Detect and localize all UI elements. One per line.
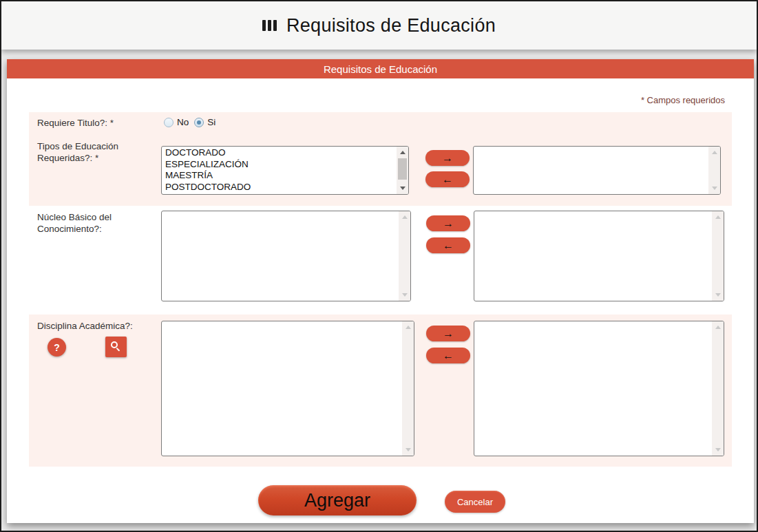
requiere-titulo-radio-group: No Si [164,117,215,127]
scroll-up-icon[interactable] [712,322,724,332]
help-button[interactable]: ? [48,338,66,357]
radio-no-icon[interactable] [164,118,173,127]
scrollbar[interactable] [399,211,410,301]
disciplina-academica-label: Disciplina Académica?: [37,320,175,332]
radio-si-label: Si [207,117,215,127]
tipos-educacion-move-left-button[interactable]: ← [425,171,470,187]
list-item[interactable]: POSTDOCTORADO [162,182,396,193]
radio-option-si[interactable]: Si [194,117,215,127]
requiere-titulo-label: Requiere Titulo?: * [37,117,161,129]
list-item[interactable]: MAESTRÍA [162,170,396,182]
scroll-down-icon[interactable] [712,290,724,300]
disciplina-move-right-button[interactable]: → [426,326,470,341]
disciplina-selected-listbox[interactable] [474,321,724,456]
search-icon [111,341,118,348]
app-window: Requisitos de Educación Requisitos de Ed… [0,0,758,532]
scrollbar[interactable] [397,147,408,194]
nucleo-basico-available-listbox[interactable] [161,211,411,301]
radio-si-icon[interactable] [194,118,204,127]
page-header: Requisitos de Educación [1,1,757,50]
scroll-up-icon[interactable] [708,147,720,158]
nucleo-basico-move-right-button[interactable]: → [426,215,470,231]
bars-icon [262,20,277,31]
education-requirements-panel: Requisitos de Educación * Campos requeri… [7,59,754,523]
scrollbar-thumb[interactable] [398,158,407,180]
search-button[interactable] [105,337,127,357]
nucleo-basico-selected-listbox[interactable] [474,211,724,301]
scroll-down-icon[interactable] [402,445,414,455]
scroll-down-icon[interactable] [708,183,720,193]
tipos-educacion-move-right-button[interactable]: → [425,150,470,166]
scroll-down-icon[interactable] [397,183,408,193]
scroll-up-icon[interactable] [712,212,724,222]
list-item[interactable]: ESPECIALIZACIÓN [162,159,396,171]
panel-titlebar: Requisitos de Educación [7,59,754,78]
nucleo-basico-move-left-button[interactable]: ← [426,237,470,253]
question-icon: ? [54,342,60,353]
tipos-educacion-available-listbox[interactable]: DOCTORADO ESPECIALIZACIÓN MAESTRÍA POSTD… [161,146,409,195]
scroll-down-icon[interactable] [399,290,410,300]
scroll-down-icon[interactable] [712,445,724,455]
page-title: Requisitos de Educación [286,15,496,36]
disciplina-move-left-button[interactable]: ← [426,348,470,363]
disciplina-available-listbox[interactable] [161,321,414,456]
radio-no-label: No [177,117,189,127]
scrollbar[interactable] [402,321,414,456]
scroll-up-icon[interactable] [402,322,414,332]
scrollbar[interactable] [712,211,724,301]
tipos-educacion-label: Tipos de Educación Requeridas?: * [37,140,160,164]
nucleo-basico-label: Núcleo Básico del Conocimiento?: [37,211,147,235]
tipos-educacion-selected-listbox[interactable] [473,146,721,195]
scroll-up-icon[interactable] [397,147,408,158]
cancelar-button[interactable]: Cancelar [445,491,505,513]
scrollbar[interactable] [708,147,720,194]
required-fields-note: * Campos requeridos [641,95,725,105]
scrollbar[interactable] [712,321,724,456]
scroll-up-icon[interactable] [399,212,410,222]
radio-option-no[interactable]: No [164,117,189,127]
list-item[interactable]: DOCTORADO [162,147,396,159]
agregar-button[interactable]: Agregar [258,485,417,515]
